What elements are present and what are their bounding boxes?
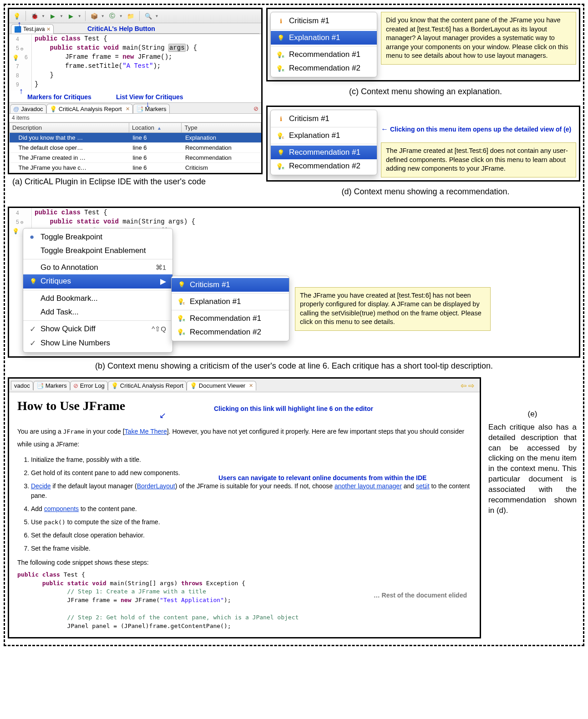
menu-go-to-annotation[interactable]: Go to Annotation⌘1 [23,261,172,274]
lightbulb-icon: 💡 [111,382,118,390]
menu-add-task[interactable]: Add Task... [23,305,172,319]
code-area: public class Test { public static void m… [32,34,197,91]
step-7: Set the frame visible. [31,544,471,553]
recommendation-icon: 💡 [277,149,284,156]
menu-show-line-numbers[interactable]: ✓Show Line Numbers [23,336,172,350]
critiques-submenu: 💡Criticism #1 💡Explanation #1 💡Recommend… [171,276,289,341]
doc-tab-bar: vadoc 📑Markers ⊘Error Log 💡CriticAL Anal… [9,379,480,392]
items-count: 4 items [9,114,261,122]
markers-icon: 📑 [36,382,44,390]
tab-critical-report[interactable]: 💡CriticAL Analysis Report✕ [46,104,133,113]
tab-javadoc[interactable]: vadoc [11,381,33,390]
anno-d-label: Clicking on this menu item opens up the … [390,126,571,133]
critique-marker-icon[interactable]: 💡 [12,54,19,61]
close-icon[interactable]: ✕ [46,26,51,32]
tab-markers[interactable]: 📑Markers [133,104,170,113]
panel-a-eclipse: 💡 🐞▼ ▶▼ ▶▼ 📦▼ Ⓒ▼ 📁 🔍▼ ↑ CriticAL's Help … [8,8,263,174]
play-icon: ▶ [67,12,75,20]
menu-critiques[interactable]: 💡Critiques▶ [23,274,172,289]
menu-item-criticism-1[interactable]: ℹCriticism #1 [271,112,377,126]
menu-item-explanation-1[interactable]: 💡Explanation #1 [271,31,377,45]
arrow-down: ↓ [146,100,150,108]
menu-item-recommendation-1[interactable]: 💡Recommendation #1 [271,146,377,159]
submenu-recommendation-1[interactable]: 💡Recommendation #1 [172,312,289,325]
highlighted-arg: args [168,44,186,52]
new-folder-button[interactable]: 📁 [126,11,136,21]
tab-error-log[interactable]: ⊘Error Log [70,381,108,390]
recommendation-icon: 💡 [178,315,185,322]
col-description[interactable]: Description [10,123,129,133]
criticism-icon: ℹ [277,17,284,25]
new-package-button[interactable]: 📦 [89,11,99,21]
bottom-tab-bar: @Javadoc 💡CriticAL Analysis Report✕ 📑Mar… [9,102,261,114]
play-icon: ▶ [49,12,56,20]
table-row[interactable]: The JFrame you have c…line 6Criticism [10,163,261,173]
context-menu-c: ℹCriticism #1 💡Explanation #1 💡Recommend… [270,12,377,77]
run-last-button[interactable]: ▶ [66,11,76,21]
menu-show-quick-diff[interactable]: ✓Show Quick Diff^⇧Q [23,322,172,336]
menu-item-recommendation-2[interactable]: 💡Recommendation #2 [271,159,377,173]
steps-list: Initialize the frame, possibly with a ti… [31,455,471,553]
menu-item-recommendation-1[interactable]: 💡Recommendation #1 [271,48,377,61]
another-layout-link[interactable]: another layout manager [335,482,402,490]
debug-button[interactable]: 🐞 [30,11,40,21]
nav-back-icon[interactable]: ⇦ [461,381,466,390]
new-class-button[interactable]: Ⓒ [107,11,117,21]
anno-markers-label: Markers for Critiques [27,93,91,101]
anno-link-label: Clicking on this link will highlight lin… [214,405,373,412]
borderlayout-link[interactable]: BorderLayout [137,482,175,490]
step-6: Set the default close operation behavior… [31,531,471,540]
col-type[interactable]: Type [182,123,261,133]
menu-item-recommendation-2[interactable]: 💡Recommendation #2 [271,61,377,75]
file-tab-label: Test.java [23,26,45,32]
menu-item-criticism-1[interactable]: ℹCriticism #1 [271,14,377,28]
submenu-criticism-1[interactable]: 💡Criticism #1 [172,278,289,292]
code-editor[interactable]: 4 5⊖ 💡6 7 8 9 public class Test { public… [9,34,261,91]
error-icon: ⊘ [252,105,260,112]
sort-asc-icon: ▲ [157,126,162,131]
tab-document-viewer[interactable]: 💡Document Viewer✕ [187,381,256,390]
code-snippet: public class Test { public static void m… [17,571,471,631]
critique-table: Description Location▲ Type Did you know … [9,122,261,173]
check-icon: ✓ [30,324,36,334]
bug-icon: 🐞 [31,12,38,20]
take-me-there-link[interactable]: Take Me There [125,428,167,435]
step-5: Use pack() to compute the size of the fr… [31,517,471,527]
panel-b: 4 5⊖ 💡 public class Test { public static… [8,207,580,358]
caption-c: (c) Context menu showing an explanation. [271,87,580,96]
tab-javadoc[interactable]: @Javadoc [10,104,46,113]
tab-critical-report[interactable]: 💡CriticAL Analysis Report [108,381,187,390]
caption-b: (b) Context menu showing a criticism of … [8,361,580,371]
run-button[interactable]: ▶ [48,11,58,21]
decide-link[interactable]: Decide [31,482,51,490]
menu-toggle-breakpoint-enablement[interactable]: Toggle Breakpoint Enablement [23,244,172,258]
explanation-icon: 💡 [277,34,284,41]
table-row[interactable]: The default close oper…line 6Recommendat… [10,143,261,153]
table-row[interactable]: Did you know that the …line 6Explanation [10,133,261,143]
gutter-context-menu: ●Toggle Breakpoint Toggle Breakpoint Ena… [23,228,173,353]
search-button[interactable]: 🔍 [143,11,153,21]
submenu-recommendation-2[interactable]: 💡Recommendation #2 [172,325,289,339]
submenu-explanation-1[interactable]: 💡Explanation #1 [172,295,289,309]
menu-item-explanation-1[interactable]: 💡Explanation #1 [271,129,377,142]
menu-toggle-breakpoint[interactable]: ●Toggle Breakpoint [23,230,172,244]
menu-add-bookmark[interactable]: Add Bookmark... [23,292,172,305]
nav-arrows: ⇦ ⇨ [457,380,478,392]
recommendation-icon: 💡 [277,65,284,72]
arrow-down-left: ↙ [159,411,166,420]
set-it-link[interactable]: set it [416,482,430,490]
table-row[interactable]: The JFrame created in …line 6Recommendat… [10,153,261,163]
explanation-icon: 💡 [277,132,284,139]
panel-d: ℹCriticism #1 💡Explanation #1 💡Recommend… [266,106,580,182]
gutter: 4 5⊖ 💡6 7 8 9 [9,34,32,91]
close-icon[interactable]: ✕ [249,383,253,389]
col-location[interactable]: Location▲ [129,123,182,133]
nav-fwd-icon[interactable]: ⇨ [468,381,474,390]
components-link[interactable]: components [44,505,79,512]
tab-markers[interactable]: 📑Markers [33,381,70,390]
critique-marker-icon[interactable]: 💡 [12,228,19,235]
lightbulb-icon: 💡 [13,12,20,20]
step-1: Initialize the frame, possibly with a ti… [31,455,471,465]
close-icon[interactable]: ✕ [126,106,130,112]
anno-help-label: CriticAL's Help Button [87,25,155,32]
